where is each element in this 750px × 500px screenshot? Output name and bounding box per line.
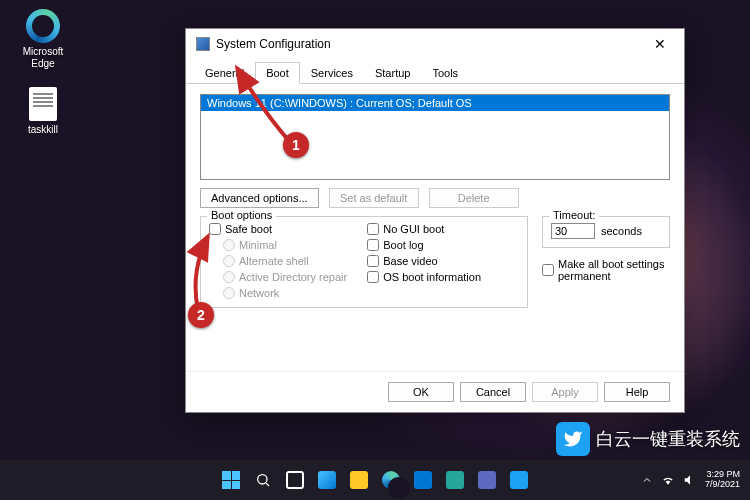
annotation-badge-1: 1 — [283, 132, 309, 158]
boot-options-legend: Boot options — [207, 209, 276, 221]
titlebar[interactable]: System Configuration ✕ — [186, 29, 684, 59]
taskbar: 3:29 PM 7/9/2021 — [0, 460, 750, 500]
search-icon[interactable] — [250, 467, 276, 493]
brand-text: 白云一键重装系统 — [596, 427, 740, 451]
timeout-legend: Timeout: — [549, 209, 599, 221]
system-tray[interactable]: 3:29 PM 7/9/2021 — [641, 470, 750, 490]
tab-startup[interactable]: Startup — [364, 62, 421, 84]
pinned-app-icon[interactable] — [506, 467, 532, 493]
no-gui-boot-checkbox[interactable]: No GUI boot — [367, 223, 481, 235]
minimal-radio: Minimal — [223, 239, 347, 251]
store-icon[interactable] — [410, 467, 436, 493]
apply-button: Apply — [532, 382, 598, 402]
pinned-app-icon[interactable] — [442, 467, 468, 493]
desktop-icon-label: Microsoft Edge — [12, 46, 74, 70]
tray-clock[interactable]: 3:29 PM 7/9/2021 — [705, 470, 740, 490]
annotation-arrow-1 — [235, 64, 325, 148]
base-video-checkbox[interactable]: Base video — [367, 255, 481, 267]
ad-repair-radio: Active Directory repair — [223, 271, 347, 283]
start-button[interactable] — [218, 467, 244, 493]
timeout-unit: seconds — [601, 225, 642, 237]
widgets-icon[interactable] — [314, 467, 340, 493]
boot-log-checkbox[interactable]: Boot log — [367, 239, 481, 251]
pinned-app-icon[interactable] — [474, 467, 500, 493]
annotation-arrow-2 — [180, 232, 240, 316]
desktop-icon-taskkill[interactable]: taskkill — [12, 86, 74, 136]
boot-options-group: Boot options Safe boot Minimal Alternate… — [200, 216, 528, 308]
os-boot-info-checkbox[interactable]: OS boot information — [367, 271, 481, 283]
chevron-up-icon[interactable] — [641, 474, 653, 486]
make-permanent-checkbox[interactable]: Make all boot settings permanent — [542, 258, 670, 282]
dialog-title: System Configuration — [216, 37, 646, 51]
cancel-button[interactable]: Cancel — [460, 382, 526, 402]
wifi-icon[interactable] — [661, 473, 675, 487]
boot-action-row: Advanced options... Set as default Delet… — [200, 188, 670, 208]
help-button[interactable]: Help — [604, 382, 670, 402]
brand-overlay: 白云一键重装系统 — [556, 422, 740, 456]
msconfig-icon — [196, 37, 210, 51]
edge-icon — [25, 8, 61, 44]
dialog-footer: OK Cancel Apply Help — [186, 371, 684, 412]
brand-bird-icon — [556, 422, 590, 456]
desktop-icons: Microsoft Edge taskkill — [12, 8, 74, 136]
network-radio: Network — [223, 287, 347, 299]
delete-button: Delete — [429, 188, 519, 208]
ok-button[interactable]: OK — [388, 382, 454, 402]
explorer-icon[interactable] — [346, 467, 372, 493]
timeout-group: Timeout: seconds — [542, 216, 670, 248]
close-button[interactable]: ✕ — [646, 36, 674, 52]
svg-point-0 — [258, 475, 267, 484]
text-file-icon — [25, 86, 61, 122]
alternate-shell-radio: Alternate shell — [223, 255, 347, 267]
advanced-options-button[interactable]: Advanced options... — [200, 188, 319, 208]
timeout-input[interactable] — [551, 223, 595, 239]
desktop-icon-edge[interactable]: Microsoft Edge — [12, 8, 74, 70]
set-default-button: Set as default — [329, 188, 419, 208]
annotation-badge-2: 2 — [188, 302, 214, 328]
tab-tools[interactable]: Tools — [421, 62, 469, 84]
volume-icon[interactable] — [683, 473, 697, 487]
desktop-icon-label: taskkill — [12, 124, 74, 136]
edge-taskbar-icon[interactable] — [378, 467, 404, 493]
task-view-icon[interactable] — [282, 467, 308, 493]
taskbar-center — [218, 467, 532, 493]
